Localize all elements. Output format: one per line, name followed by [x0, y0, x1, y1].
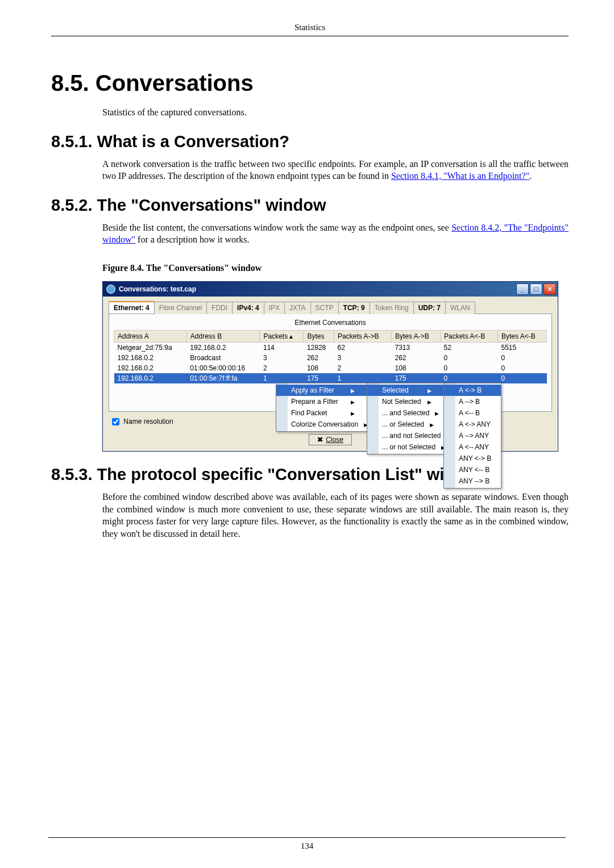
tab-token-ring[interactable]: Token Ring — [370, 302, 414, 314]
menu-item[interactable]: A <-- ANY — [444, 441, 501, 453]
menu-item[interactable]: Prepare a Filter — [276, 396, 367, 407]
submenu-arrow-icon — [428, 398, 432, 406]
tab-jxta[interactable]: JXTA — [284, 302, 310, 314]
menu-item[interactable]: A <-> B — [444, 385, 501, 396]
tab-ipx[interactable]: IPX — [264, 302, 285, 314]
column-header[interactable]: Packets ▴ — [260, 330, 304, 342]
menu-item[interactable]: ... or Selected — [367, 419, 444, 430]
link-endpoint-definition[interactable]: Section 8.4.1, "What is an Endpoint?" — [391, 171, 529, 181]
conversations-dialog: Conversations: test.cap _ □ × Ethernet: … — [102, 281, 558, 452]
column-header[interactable]: Bytes A<-B — [497, 330, 546, 342]
tab-sctp[interactable]: SCTP — [310, 302, 339, 314]
context-menu-3: A <-> BA --> BA <-- BA <-> ANYA --> ANYA… — [443, 383, 501, 489]
column-header[interactable]: Address A — [114, 330, 187, 342]
section-heading-8-5-2: 8.5.2. The "Conversations" window — [51, 196, 569, 215]
tab-wlan[interactable]: WLAN — [445, 302, 475, 314]
close-button[interactable]: ✖ Close — [309, 434, 352, 445]
submenu-arrow-icon — [435, 409, 439, 417]
menu-item[interactable]: Apply as Filter — [276, 385, 367, 396]
page-footer: 134 — [0, 837, 614, 851]
column-header[interactable]: Packets A<-B — [440, 330, 497, 342]
close-icon: ✖ — [317, 436, 323, 444]
menu-item[interactable]: Selected — [367, 385, 444, 396]
panel-title: Ethernet Conversations — [114, 318, 547, 330]
table-row[interactable]: Netgear_2d:75:9a192.168.0.21141282862731… — [114, 342, 547, 353]
conversations-table: Address AAddress BPackets ▴BytesPackets … — [114, 330, 547, 383]
figure-caption: Figure 8.4. The "Conversations" window — [102, 263, 569, 273]
intro-paragraph: Statistics of the captured conversations… — [102, 106, 569, 119]
close-label: Close — [326, 436, 343, 444]
menu-item[interactable]: ANY --> B — [444, 475, 501, 487]
context-menu-1: Apply as FilterPrepare a FilterFind Pack… — [276, 383, 368, 432]
tab-fibre-channel[interactable]: Fibre Channel — [154, 302, 207, 314]
menu-item[interactable]: Find Packet — [276, 407, 367, 419]
menu-item[interactable]: Colorize Conversation — [276, 419, 367, 430]
tab-ethernet-4[interactable]: Ethernet: 4 — [109, 301, 155, 314]
column-header[interactable]: Packets A->B — [334, 330, 392, 342]
name-resolution-label: Name resolution — [123, 418, 173, 425]
table-row[interactable]: 192.168.0.201:00:5e:7f:ff:fa1175117500 — [114, 373, 547, 383]
app-icon — [106, 285, 115, 294]
menu-item[interactable]: A --> ANY — [444, 430, 501, 441]
paragraph-8-5-3: Before the combined window described abo… — [102, 491, 569, 540]
tab-fddi[interactable]: FDDI — [206, 302, 233, 314]
tab-tcp-9[interactable]: TCP: 9 — [338, 302, 370, 314]
name-resolution-row[interactable]: Name resolution — [110, 418, 173, 425]
section-heading-8-5-1: 8.5.1. What is a Conversation? — [51, 132, 569, 151]
menu-item[interactable]: Not Selected — [367, 396, 444, 407]
page-number: 134 — [301, 841, 314, 850]
menu-item[interactable]: ANY <-> B — [444, 453, 501, 464]
window-title: Conversations: test.cap — [119, 285, 196, 293]
page-header: Statistics — [51, 23, 569, 36]
text-before-link-2: Beside the list content, the conversatio… — [102, 223, 451, 232]
name-resolution-checkbox[interactable] — [112, 418, 119, 425]
column-header[interactable]: Address B — [186, 330, 260, 342]
titlebar: Conversations: test.cap _ □ × — [103, 282, 558, 297]
minimize-button[interactable]: _ — [516, 283, 529, 295]
menu-item[interactable]: A <-- B — [444, 407, 501, 419]
menu-item[interactable]: ... or not Selected — [367, 441, 444, 453]
maximize-button[interactable]: □ — [530, 283, 542, 295]
tab-udp-7[interactable]: UDP: 7 — [413, 302, 446, 314]
submenu-arrow-icon — [351, 409, 355, 417]
menu-item[interactable]: ANY <-- B — [444, 464, 501, 475]
column-header[interactable]: Bytes A->B — [392, 330, 441, 342]
menu-item[interactable]: A --> B — [444, 396, 501, 407]
paragraph-8-5-1: A network conversation is the traffic be… — [102, 158, 569, 182]
tab-ipv4-4[interactable]: IPv4: 4 — [232, 302, 264, 314]
column-header[interactable]: Bytes — [304, 330, 334, 342]
section-heading-8-5: 8.5. Conversations — [51, 70, 569, 96]
submenu-arrow-icon — [351, 386, 355, 394]
protocol-tabs: Ethernet: 4Fibre ChannelFDDIIPv4: 4IPXJX… — [109, 301, 552, 314]
text-after-link: . — [529, 171, 532, 181]
paragraph-8-5-2: Beside the list content, the conversatio… — [102, 222, 569, 246]
submenu-arrow-icon — [428, 386, 432, 394]
menu-item[interactable]: A <-> ANY — [444, 419, 501, 430]
text-after-link-2: for a description how it works. — [135, 235, 249, 244]
table-row[interactable]: 192.168.0.201:00:5e:00:00:162108210800 — [114, 363, 547, 373]
menu-item[interactable]: ... and not Selected — [367, 430, 444, 441]
submenu-arrow-icon — [430, 420, 434, 428]
table-row[interactable]: 192.168.0.2Broadcast3262326200 — [114, 353, 547, 363]
context-menu-2: SelectedNot Selected... and Selected... … — [367, 383, 445, 454]
submenu-arrow-icon — [351, 398, 355, 406]
close-window-button[interactable]: × — [544, 283, 556, 295]
menu-item[interactable]: ... and Selected — [367, 407, 444, 419]
